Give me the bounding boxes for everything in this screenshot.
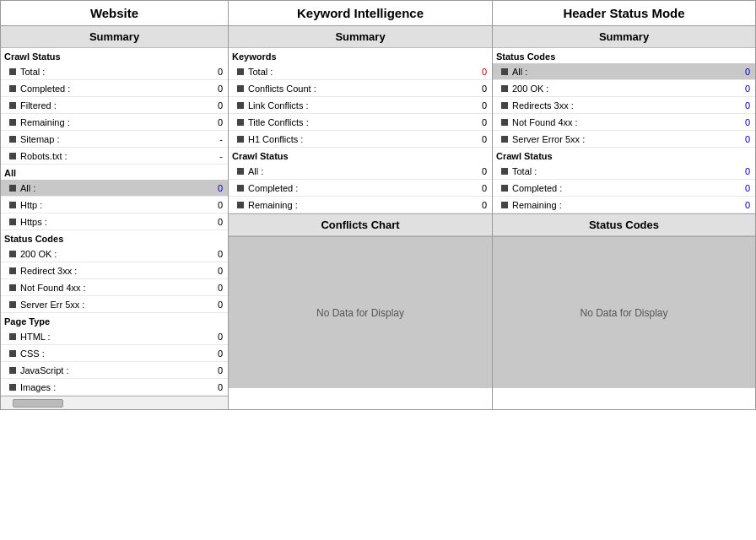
row-label: All : — [20, 183, 206, 193]
table-row: Remaining : 0 — [229, 197, 492, 213]
row-label: Server Error 5xx : — [512, 134, 733, 144]
row-label: Completed : — [512, 183, 733, 193]
bullet-icon — [501, 119, 508, 126]
row-value: 0 — [470, 183, 487, 193]
bullet-icon — [9, 384, 16, 391]
table-row: H1 Conflicts : 0 — [229, 131, 492, 148]
row-value: 0 — [733, 100, 750, 111]
table-row: Sitemap : - — [1, 131, 228, 148]
status-codes-label: Status Codes — [1, 230, 228, 246]
row-value: 0 — [733, 183, 750, 193]
bullet-icon — [501, 68, 508, 75]
row-value: 0 — [206, 100, 223, 111]
table-row: Link Conflicts : 0 — [229, 97, 492, 114]
row-label: HTML : — [20, 332, 206, 342]
table-row: Http : 0 — [1, 197, 228, 213]
crawl-status-label: Crawl Status — [1, 48, 228, 63]
row-label: All : — [248, 166, 470, 176]
table-row: CSS : 0 — [1, 345, 228, 362]
bullet-icon — [237, 136, 244, 143]
bullet-icon — [9, 153, 16, 159]
table-row: Completed : 0 — [1, 80, 228, 97]
row-label: JavaScript : — [20, 365, 206, 375]
row-value: 0 — [206, 183, 223, 193]
row-label: H1 Conflicts : — [248, 134, 470, 144]
table-row: Redirect 3xx : 0 — [1, 262, 228, 279]
bullet-icon — [9, 367, 16, 374]
bullet-icon — [501, 202, 508, 208]
row-value: 0 — [206, 348, 223, 359]
row-label: Conflicts Count : — [248, 84, 470, 94]
columns-wrapper: Website Summary Crawl Status Total : 0 C… — [0, 0, 756, 410]
conflicts-chart-header: Conflicts Chart — [229, 214, 492, 236]
horizontal-scrollbar[interactable] — [1, 396, 228, 409]
row-label: Images : — [20, 382, 206, 392]
table-row: Images : 0 — [1, 379, 228, 396]
row-label: Remaining : — [20, 117, 206, 127]
row-label: CSS : — [20, 348, 206, 359]
row-label: Total : — [512, 166, 733, 176]
table-row: Title Conflicts : 0 — [229, 114, 492, 131]
row-label: Redirects 3xx : — [512, 100, 733, 111]
row-value: 0 — [470, 100, 487, 111]
keywords-label: Keywords — [229, 48, 492, 63]
row-value: 0 — [470, 84, 487, 94]
scroll-thumb[interactable] — [13, 399, 63, 408]
row-value: 0 — [206, 117, 223, 127]
row-label: Completed : — [248, 183, 470, 193]
table-row: Remaining : 0 — [1, 114, 228, 131]
row-label: 200 OK : — [20, 249, 206, 259]
website-summary-header: Summary — [1, 26, 228, 48]
table-row: Https : 0 — [1, 213, 228, 230]
row-label: Http : — [20, 200, 206, 210]
row-label: Remaining : — [248, 200, 470, 210]
table-row: Not Found 4xx : 0 — [1, 279, 228, 296]
row-label: Redirect 3xx : — [20, 266, 206, 276]
table-row: Remaining : 0 — [493, 197, 755, 213]
bullet-icon — [9, 85, 16, 92]
status-codes-chart-section: Status Codes No Data for Display — [493, 214, 755, 388]
table-row: Server Error 5xx : 0 — [493, 131, 755, 148]
column-website: Website Summary Crawl Status Total : 0 C… — [1, 1, 229, 409]
website-scroll-panel[interactable]: Crawl Status Total : 0 Completed : 0 Fil… — [1, 48, 228, 396]
header-status-mode-header: Header Status Mode — [493, 1, 755, 26]
column-keyword-intelligence: Keyword Intelligence Summary Keywords To… — [229, 1, 493, 409]
row-label: Link Conflicts : — [248, 100, 470, 111]
row-value: - — [206, 134, 223, 144]
bullet-icon — [501, 102, 508, 109]
row-value: 0 — [206, 300, 223, 310]
bullet-icon — [9, 102, 16, 109]
row-label: Not Found 4xx : — [20, 283, 206, 293]
table-row: Server Err 5xx : 0 — [1, 296, 228, 313]
row-label: All : — [512, 67, 733, 77]
table-row: Redirects 3xx : 0 — [493, 97, 755, 114]
table-row: JavaScript : 0 — [1, 362, 228, 379]
row-label: Https : — [20, 217, 206, 227]
row-value: 0 — [470, 67, 487, 77]
no-data-label: No Data for Display — [316, 307, 404, 319]
conflicts-chart-section: Conflicts Chart No Data for Display — [229, 214, 492, 388]
keyword-summary-header: Summary — [229, 26, 492, 48]
table-row: All : 0 — [493, 63, 755, 80]
table-row: Total : 0 — [493, 163, 755, 180]
bullet-icon — [9, 119, 16, 126]
row-value: 0 — [733, 200, 750, 210]
header-status-summary-panel: Status Codes All : 0 200 OK : 0 Redirect… — [493, 48, 755, 214]
row-value: 0 — [470, 166, 487, 176]
table-row: Total : 0 — [229, 63, 492, 80]
row-value: 0 — [206, 200, 223, 210]
bullet-icon — [9, 219, 16, 225]
conflicts-chart-box: No Data for Display — [229, 236, 492, 388]
bullet-icon — [9, 301, 16, 308]
bullet-icon — [9, 350, 16, 357]
bullet-icon — [9, 251, 16, 257]
row-label: Robots.txt : — [20, 151, 206, 161]
table-row: Filtered : 0 — [1, 97, 228, 114]
row-label: Total : — [20, 67, 206, 77]
page-type-label: Page Type — [1, 313, 228, 328]
row-value: 0 — [470, 117, 487, 127]
table-row: 200 OK : 0 — [1, 246, 228, 262]
row-value: 0 — [206, 382, 223, 392]
status-codes-chart-header: Status Codes — [493, 214, 755, 236]
no-data-label-hs: No Data for Display — [580, 307, 667, 319]
